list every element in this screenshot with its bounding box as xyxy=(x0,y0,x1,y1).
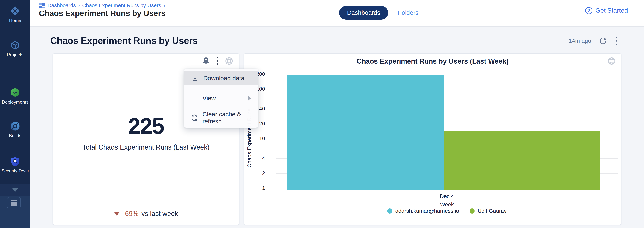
get-started-button[interactable]: ? Get Started xyxy=(585,7,628,14)
module-picker-button[interactable] xyxy=(7,197,21,208)
sidebar: Home Projects ∞ Deployments xyxy=(0,0,30,228)
chart-tile: Chaos Experiment Runs by Users (Last Wee… xyxy=(244,53,621,225)
legend-item-udit-gaurav[interactable]: Udit Gaurav xyxy=(470,208,507,214)
menu-item-view[interactable]: View xyxy=(184,88,258,108)
menu-item-label: Clear cache & refresh xyxy=(202,111,258,125)
legend-label: adarsh.kumar@harness.io xyxy=(395,208,459,214)
x-axis-title: Week xyxy=(276,201,618,208)
legend-dot-green-icon xyxy=(470,208,474,213)
dashboards-grid-icon xyxy=(39,2,45,9)
dashboard-meta: 14m ago xyxy=(568,36,618,46)
refresh-icon[interactable] xyxy=(599,37,607,45)
cube-icon xyxy=(0,40,30,50)
y-axis-tick-label: 10 xyxy=(244,136,265,142)
help-circle-icon: ? xyxy=(585,7,592,14)
total-runs-caption: Total Chaos Experiment Runs (Last Week) xyxy=(53,143,239,151)
grid-icon xyxy=(11,200,17,206)
y-axis-tick-label: 4 xyxy=(244,155,265,161)
sidebar-item-builds[interactable]: Builds xyxy=(0,121,30,138)
x-axis-tick-label: Dec 4 xyxy=(276,193,618,199)
home-icon xyxy=(0,6,30,16)
sidebar-item-home[interactable]: Home xyxy=(0,6,30,23)
harness-dashboard-app: Home Projects ∞ Deployments xyxy=(0,0,644,228)
sidebar-item-label: Security Tests xyxy=(0,169,30,174)
y-axis-tick-label: 2 xyxy=(244,170,265,176)
breadcrumb-separator-icon: › xyxy=(164,2,165,9)
breadcrumb: Dashboards › Chaos Experiment Runs by Us… xyxy=(39,2,165,9)
dashboard-kebab-menu-icon[interactable] xyxy=(615,36,618,46)
chart-bar-udit-gaurav[interactable] xyxy=(444,131,600,190)
menu-item-clear-cache-refresh[interactable]: Clear cache & refresh xyxy=(184,108,258,127)
deployments-hexagon-icon: ∞ xyxy=(0,87,30,97)
get-started-label: Get Started xyxy=(595,7,628,14)
tab-dashboards[interactable]: Dashboards xyxy=(339,6,388,20)
breadcrumb-link-dashboards[interactable]: Dashboards xyxy=(48,3,76,9)
top-header-bar: Dashboards › Chaos Experiment Runs by Us… xyxy=(30,0,644,27)
sidebar-item-label: Home xyxy=(0,18,30,23)
chart-bar-adarsh-kumar[interactable] xyxy=(288,75,444,190)
page-title: Chaos Experiment Runs by Users xyxy=(39,9,166,18)
alert-bell-icon[interactable] xyxy=(202,56,210,65)
sidebar-item-projects[interactable]: Projects xyxy=(0,40,30,57)
legend-item-adarsh-kumar[interactable]: adarsh.kumar@harness.io xyxy=(387,208,459,214)
menu-item-label: Download data xyxy=(203,75,244,82)
sidebar-divider xyxy=(0,69,30,69)
sidebar-bottom-panel xyxy=(0,196,30,228)
tile-kebab-menu-icon[interactable] xyxy=(216,56,219,65)
submenu-caret-right-icon xyxy=(248,96,251,100)
chevron-down-icon xyxy=(12,188,18,192)
dashboard-title: Chaos Experiment Runs by Users xyxy=(50,35,198,46)
top-tabs: Dashboards Folders xyxy=(339,6,418,20)
tile-action-icons xyxy=(202,56,234,65)
x-axis-line xyxy=(276,190,618,190)
last-refreshed-label: 14m ago xyxy=(568,38,591,44)
delta-value: -69% xyxy=(123,210,138,218)
sidebar-item-deployments[interactable]: ∞ Deployments xyxy=(0,87,30,105)
delta-row: -69% vs last week xyxy=(53,210,239,218)
svg-text:∞: ∞ xyxy=(13,89,17,95)
tile-context-menu: Download data View Clear cache & refresh xyxy=(184,69,258,128)
sidebar-item-security-tests[interactable]: Security Tests xyxy=(0,157,30,174)
legend-dot-teal-icon xyxy=(387,208,392,213)
menu-item-label: View xyxy=(202,95,216,102)
sidebar-item-label: Projects xyxy=(0,52,30,57)
tab-folders[interactable]: Folders xyxy=(398,9,418,16)
sidebar-item-label: Deployments xyxy=(0,99,30,105)
triangle-down-icon xyxy=(114,212,120,216)
chart-legend: adarsh.kumar@harness.io Udit Gaurav xyxy=(276,208,618,214)
delta-caption: vs last week xyxy=(142,210,178,218)
sidebar-item-label: Builds xyxy=(0,133,30,138)
breadcrumb-separator-icon: › xyxy=(78,2,80,9)
sidebar-collapse-button[interactable] xyxy=(0,184,30,196)
shield-icon xyxy=(0,157,30,167)
menu-item-download-data[interactable]: Download data xyxy=(184,71,258,85)
y-axis-tick-label: 1 xyxy=(244,185,265,191)
globe-icon[interactable] xyxy=(224,56,234,65)
refresh-cycle-icon xyxy=(190,114,198,122)
builds-circle-icon xyxy=(0,121,30,131)
breadcrumb-link-current[interactable]: Chaos Experiment Runs by Users xyxy=(82,3,161,9)
chart-plot-area: Dec 4 Week xyxy=(276,54,618,225)
download-icon xyxy=(191,74,199,82)
legend-label: Udit Gaurav xyxy=(478,208,507,214)
